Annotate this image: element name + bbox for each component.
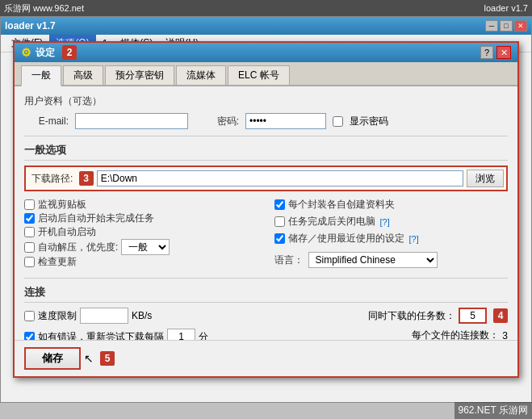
update-checkbox[interactable] [24, 257, 35, 267]
per-file-connections-row: 每个文件的连接数： 3 [269, 329, 509, 340]
startup-checkbox[interactable] [24, 213, 35, 224]
speed-limit-row: 速度限制 KB/s [24, 308, 264, 324]
label-num-3: 3 [79, 171, 94, 186]
retry-unit: 分 [199, 330, 208, 341]
checkbox-startup: 启动后自动开始未完成任务 [24, 212, 258, 225]
concurrent-label: 同时下载的任务数： [368, 309, 455, 323]
concurrent-tasks-row: 同时下载的任务数： 4 [269, 308, 509, 324]
tab-bar: 一般 高级 预分享密钥 流媒体 ELC 帐号 [15, 62, 517, 86]
dialog-title-text: ⚙ 设定 2 [21, 45, 77, 60]
settings-icon: ⚙ [21, 46, 31, 59]
path-label: 下载路径: 3 [28, 171, 94, 186]
email-input[interactable] [75, 113, 188, 129]
title-bar: loader v1.7 ─ □ ✕ [1, 17, 531, 35]
main-window: loader v1.7 ─ □ ✕ 文件(F) 选项(O) 1 媒体(S) 说明… [0, 16, 532, 403]
checkbox-autostart: 开机自动启动 [24, 225, 258, 239]
password-input[interactable] [245, 113, 326, 129]
title-bar-buttons: ─ □ ✕ [485, 20, 527, 31]
save-settings-help-icon[interactable]: [?] [409, 234, 419, 244]
connection-grid: 速度限制 KB/s 如有错误，重新尝试下载每隔 分 同时下载的任务数： [24, 308, 508, 340]
minimize-button[interactable]: ─ [485, 20, 498, 31]
cursor-icon: ↖ [84, 352, 94, 365]
shutdown-label: 任务完成后关闭电脑 [288, 215, 375, 228]
checkbox-create-folder: 每个封装各自创建资料夹 [274, 198, 509, 212]
close-button[interactable]: ✕ [514, 20, 527, 31]
checkbox-clipboard: 监视剪贴板 [24, 198, 258, 212]
speed-limit-label: 速度限制 [38, 309, 77, 323]
user-profile-label: 用户资料（可选） [24, 94, 508, 108]
create-folder-checkbox[interactable] [274, 199, 285, 210]
password-label: 密码: [195, 115, 239, 128]
conn-right: 同时下载的任务数： 4 每个文件的连接数： 3 连接的重要注意事项 [269, 308, 509, 340]
watermark-bottom-text: 962.NET 乐游网 [459, 404, 528, 416]
show-password-label: 显示密码 [350, 115, 388, 128]
create-folder-label: 每个封装各自创建资料夹 [288, 198, 395, 212]
watermark-top-left: 乐游网 www.962.net [4, 2, 84, 15]
settings-dialog: ⚙ 设定 2 ? ✕ 一般 高级 预分享密钥 流媒体 ELC 帐号 用户资料（可… [13, 41, 519, 378]
conn-left: 速度限制 KB/s 如有错误，重新尝试下载每隔 分 [24, 308, 264, 340]
autostart-checkbox[interactable] [24, 227, 35, 237]
email-label: E-mail: [24, 115, 69, 127]
email-row: E-mail: 密码: 显示密码 [24, 113, 508, 129]
label-num-2: 2 [62, 45, 77, 60]
tab-elc[interactable]: ELC 帐号 [228, 65, 290, 85]
language-label: 语言： [274, 253, 304, 267]
retry-label: 如有错误，重新尝试下载每隔 [38, 330, 164, 341]
checkbox-grid: 监视剪贴板 启动后自动开始未完成任务 开机自动启动 自动解压，优先度: [24, 198, 508, 271]
title-bar-text: loader v1.7 [5, 20, 56, 31]
priority-select[interactable]: 一般高低 [121, 239, 170, 255]
checkbox-update: 检查更新 [24, 255, 258, 269]
maximize-button[interactable]: □ [500, 20, 513, 31]
save-button[interactable]: 储存 [24, 347, 81, 370]
watermark-top: 乐游网 www.962.net loader v1.7 [0, 0, 532, 16]
per-file-label: 每个文件的连接数： [412, 329, 499, 340]
speed-limit-checkbox[interactable] [24, 311, 35, 321]
checkbox-shutdown: 任务完成后关闭电脑 [?] [274, 215, 509, 228]
retry-row: 如有错误，重新尝试下载每隔 分 [24, 329, 264, 340]
startup-label: 启动后自动开始未完成任务 [38, 212, 154, 225]
download-path-row: 下载路径: 3 浏览 [24, 166, 508, 191]
speed-unit: KB/s [132, 310, 152, 321]
clipboard-checkbox[interactable] [24, 199, 35, 210]
language-select[interactable]: Simplified Chinese English Traditional C… [308, 252, 438, 268]
dialog-help-button[interactable]: ? [480, 46, 493, 59]
watermark-top-right: loader v1.7 [484, 3, 528, 13]
dialog-close-button[interactable]: ✕ [496, 46, 511, 59]
watermark-bottom: 962.NET 乐游网 [455, 402, 532, 419]
retry-checkbox[interactable] [24, 332, 35, 341]
retry-input[interactable] [167, 329, 195, 340]
concurrent-input[interactable] [459, 308, 487, 324]
clipboard-label: 监视剪贴板 [38, 198, 86, 212]
per-file-value: 3 [502, 330, 508, 341]
tab-advanced[interactable]: 高级 [63, 65, 103, 85]
general-options-label: 一般选项 [24, 143, 508, 161]
decompress-checkbox[interactable] [24, 242, 35, 253]
tab-preseed[interactable]: 预分享密钥 [105, 65, 174, 85]
speed-input[interactable] [80, 308, 128, 324]
save-settings-checkbox[interactable] [274, 233, 285, 244]
dialog-title-bar: ⚙ 设定 2 ? ✕ [15, 43, 517, 62]
label-num-5: 5 [100, 351, 115, 366]
connection-label: 连接 [24, 285, 508, 303]
tab-media[interactable]: 流媒体 [176, 65, 226, 85]
divider-1 [24, 136, 508, 136]
show-password-checkbox[interactable] [333, 116, 343, 127]
checkbox-decompress: 自动解压，优先度: 一般高低 [24, 239, 258, 255]
save-settings-label: 储存／使用最近使用的设定 [288, 232, 404, 245]
update-label: 检查更新 [38, 255, 77, 269]
language-row: 语言： Simplified Chinese English Tradition… [274, 252, 509, 268]
path-input[interactable] [97, 170, 463, 186]
checkbox-save-settings: 储存／使用最近使用的设定 [?] [274, 232, 509, 245]
left-checks: 监视剪贴板 启动后自动开始未完成任务 开机自动启动 自动解压，优先度: [24, 198, 258, 271]
shutdown-help-icon[interactable]: [?] [380, 217, 390, 227]
dialog-content: 用户资料（可选） E-mail: 密码: 显示密码 一般选项 下载路径: 3 浏… [15, 86, 517, 340]
decompress-label: 自动解压，优先度: [38, 241, 118, 254]
browse-button[interactable]: 浏览 [467, 170, 504, 187]
label-num-4: 4 [493, 308, 508, 323]
tab-general[interactable]: 一般 [21, 65, 61, 86]
right-checks: 每个封装各自创建资料夹 任务完成后关闭电脑 [?] 储存／使用最近使用的设定 [… [274, 198, 509, 271]
dialog-footer: 储存 ↖ 5 [15, 340, 517, 376]
shutdown-checkbox[interactable] [274, 216, 285, 227]
divider-2 [24, 278, 508, 279]
autostart-label: 开机自动启动 [38, 225, 96, 239]
